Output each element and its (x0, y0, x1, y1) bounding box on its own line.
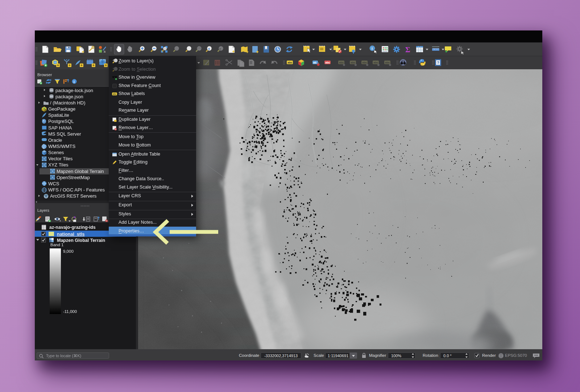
svg-text:i: i (372, 46, 373, 50)
svg-text:abc: abc (288, 61, 293, 64)
svg-text:abc: abc (351, 61, 356, 64)
svg-text:i: i (74, 80, 75, 84)
svg-text:a: a (104, 50, 105, 53)
svg-text:abc: abc (385, 61, 390, 64)
svg-text:Σ: Σ (405, 45, 410, 54)
svg-text:1:1: 1:1 (197, 46, 201, 49)
svg-text:abc: abc (362, 61, 367, 64)
svg-text:?: ? (437, 61, 439, 65)
svg-text:abc: abc (374, 61, 378, 64)
svg-text:abc: abc (113, 93, 117, 95)
svg-text:abc: abc (339, 61, 344, 64)
svg-text:abc: abc (326, 61, 330, 64)
svg-text:ab: ab (313, 61, 316, 64)
